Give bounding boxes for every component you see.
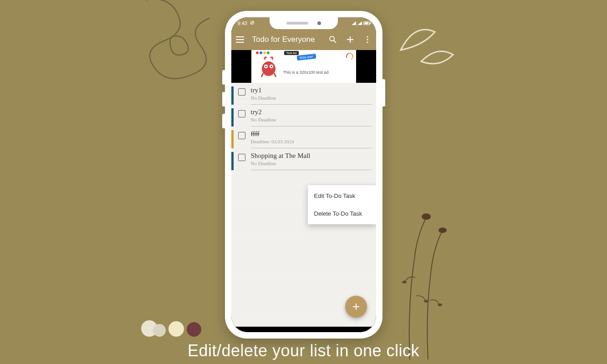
svg-line-11 <box>334 40 336 43</box>
svg-point-15 <box>367 39 368 40</box>
todo-list: try1 No Deadline try2 No Deadline ffff D… <box>231 83 376 327</box>
search-icon[interactable] <box>328 35 338 45</box>
context-delete[interactable]: Delete To-Do Task <box>308 205 376 222</box>
priority-stripe <box>231 86 234 105</box>
wifi-icon <box>352 21 356 25</box>
overflow-icon[interactable] <box>362 35 372 45</box>
app-title: Todo for Everyone <box>252 35 321 44</box>
svg-point-20 <box>265 66 266 67</box>
todo-title: ffff <box>251 130 372 138</box>
signal-icon <box>357 21 362 25</box>
ad-bubble: Nice one! <box>296 54 316 61</box>
ad-monster-icon <box>259 55 279 78</box>
battery-icon <box>363 21 370 25</box>
svg-point-14 <box>367 36 368 37</box>
svg-point-0 <box>422 213 431 220</box>
status-mute-icon <box>250 20 255 26</box>
todo-checkbox[interactable] <box>238 132 245 139</box>
svg-point-2 <box>402 281 407 283</box>
promo-caption: Edit/delete your list in one click <box>0 341 607 360</box>
priority-stripe <box>231 152 234 170</box>
context-menu: Edit To-Do Task Delete To-Do Task <box>308 185 376 224</box>
phone-screen: 9:43 Todo for Everyone <box>231 17 376 332</box>
todo-checkbox[interactable] <box>238 110 245 117</box>
priority-stripe <box>231 130 234 148</box>
svg-point-17 <box>262 61 275 76</box>
todo-title: try1 <box>251 86 372 94</box>
decorative-leaves <box>396 18 455 73</box>
todo-item[interactable]: Shopping at The Mall No Deadline <box>231 148 376 170</box>
todo-item[interactable]: ffff Deadline: 03.03.2024 <box>231 126 376 148</box>
admob-logo-icon <box>345 52 354 61</box>
phone-notch <box>270 17 338 29</box>
ad-banner[interactable]: Test Ad Nice one! This is a 320x100 test… <box>231 50 376 83</box>
status-time: 9:43 <box>238 20 247 26</box>
svg-point-3 <box>424 300 428 303</box>
todo-item[interactable]: try1 No Deadline <box>231 83 376 105</box>
svg-point-21 <box>270 66 272 67</box>
fab-add-button[interactable] <box>345 296 367 318</box>
svg-point-16 <box>367 41 368 43</box>
context-edit[interactable]: Edit To-Do Task <box>308 187 376 205</box>
menu-icon[interactable] <box>235 35 245 45</box>
priority-stripe <box>231 108 234 126</box>
add-icon[interactable] <box>345 35 355 45</box>
todo-subtitle: Deadline: 03.03.2024 <box>251 139 372 144</box>
svg-point-1 <box>439 228 447 233</box>
todo-subtitle: No Deadline <box>251 95 372 101</box>
ad-text: This is a 320x100 test ad <box>283 70 329 75</box>
phone-mockup: 9:43 Todo for Everyone <box>225 11 383 339</box>
todo-subtitle: No Deadline <box>251 161 372 166</box>
ad-dots <box>256 51 270 54</box>
ad-badge: Test Ad <box>284 51 299 55</box>
app-bar: Todo for Everyone <box>231 29 376 50</box>
todo-checkbox[interactable] <box>238 154 245 161</box>
svg-point-4 <box>438 303 442 306</box>
svg-point-10 <box>330 36 334 41</box>
todo-item[interactable]: try2 No Deadline <box>231 105 376 126</box>
decorative-flower <box>383 205 455 359</box>
todo-checkbox[interactable] <box>238 88 245 96</box>
todo-subtitle: No Deadline <box>251 117 372 122</box>
decorative-scribble <box>132 0 223 105</box>
todo-title: try2 <box>251 108 372 116</box>
decorative-circles <box>141 320 201 337</box>
android-navbar <box>231 327 376 332</box>
todo-title: Shopping at The Mall <box>251 152 372 160</box>
